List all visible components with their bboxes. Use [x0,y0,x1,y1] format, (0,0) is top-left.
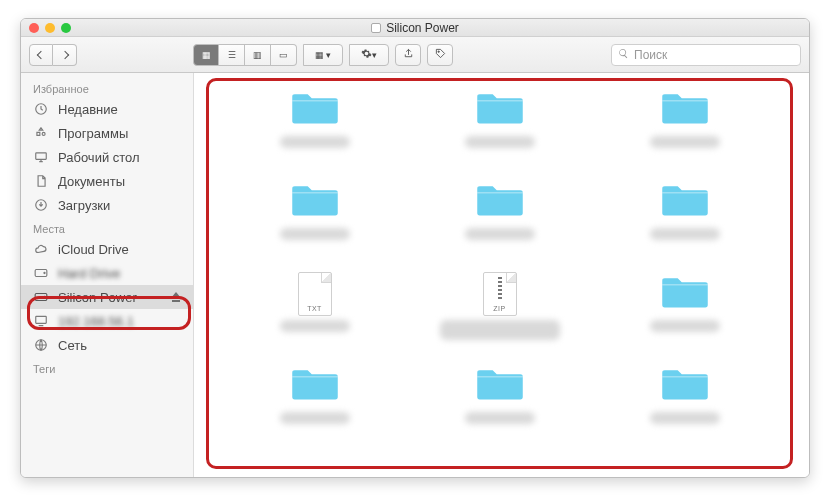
folder-icon [474,180,526,224]
item-label [650,412,720,424]
item-label [280,136,350,148]
finder-window: Silicon Power ▦ ☰ ▥ ▭ ▦ ▾ ▾ [20,18,810,478]
folder-item[interactable] [465,88,535,180]
svg-point-0 [437,51,438,52]
svg-point-7 [44,296,45,297]
folder-icon [659,272,711,316]
folder-icon [474,364,526,408]
sidebar-item-applications[interactable]: Программы [21,121,193,145]
icon-view-button[interactable]: ▦ [193,44,219,66]
item-label [280,412,350,424]
content-area: TXTZIP [194,73,809,477]
sidebar-label: Рабочий стол [58,150,140,165]
column-view-button[interactable]: ▥ [245,44,271,66]
sidebar-item-documents[interactable]: Документы [21,169,193,193]
file-item[interactable]: TXT [280,272,350,364]
file-icon: ZIP [483,272,517,316]
folder-icon [289,88,341,132]
sidebar-item-downloads[interactable]: Загрузки [21,193,193,217]
sidebar-label: Hard Drive [58,266,120,281]
sidebar-section-locations: Места [21,217,193,237]
tags-button[interactable] [427,44,453,66]
gear-icon [361,48,372,61]
sidebar-section-favorites: Избранное [21,77,193,97]
search-placeholder: Поиск [634,48,667,62]
folder-icon [474,88,526,132]
share-button[interactable] [395,44,421,66]
item-label [440,320,560,340]
arrange-group: ▦ ▾ [303,44,343,66]
item-label [650,136,720,148]
list-view-button[interactable]: ☰ [219,44,245,66]
file-item[interactable]: ZIP [440,272,560,364]
search-input[interactable]: Поиск [611,44,801,66]
sidebar-label: 192.168.56.1 [58,314,134,329]
window-title: Silicon Power [21,21,809,35]
documents-icon [33,174,49,188]
eject-icon[interactable] [171,292,181,302]
globe-icon [33,338,49,352]
share-icon [403,48,414,61]
nav-buttons [29,44,77,66]
back-button[interactable] [29,44,53,66]
icon-grid[interactable]: TXTZIP [206,78,793,469]
folder-icon [659,180,711,224]
forward-button[interactable] [53,44,77,66]
sidebar-item-harddrive[interactable]: Hard Drive [21,261,193,285]
sidebar-label: Загрузки [58,198,110,213]
monitor-icon [33,314,49,328]
sidebar-item-recents[interactable]: Недавние [21,97,193,121]
item-label [465,228,535,240]
item-label [280,228,350,240]
folder-item[interactable] [280,88,350,180]
sidebar-label: Документы [58,174,125,189]
action-menu-button[interactable]: ▾ [349,44,389,66]
action-group: ▾ [349,44,389,66]
window-title-text: Silicon Power [386,21,459,35]
sidebar-section-tags: Теги [21,357,193,377]
item-label [465,136,535,148]
svg-point-5 [44,272,45,273]
sidebar-item-icloud[interactable]: iCloud Drive [21,237,193,261]
folder-item[interactable] [465,364,535,456]
svg-rect-2 [36,153,47,159]
sidebar-label: iCloud Drive [58,242,129,257]
sidebar-item-network[interactable]: Сеть [21,333,193,357]
drive-icon [33,291,49,303]
sidebar-item-netshare[interactable]: 192.168.56.1 [21,309,193,333]
folder-item[interactable] [465,180,535,272]
sidebar-item-desktop[interactable]: Рабочий стол [21,145,193,169]
folder-item[interactable] [650,272,720,364]
search-icon [618,48,629,62]
drive-icon [33,267,49,279]
item-label [465,412,535,424]
sidebar: Избранное Недавние Программы Рабочий сто… [21,73,194,477]
folder-item[interactable] [280,180,350,272]
gallery-view-button[interactable]: ▭ [271,44,297,66]
cloud-icon [33,242,49,256]
view-switcher: ▦ ☰ ▥ ▭ [193,44,297,66]
folder-item[interactable] [280,364,350,456]
toolbar: ▦ ☰ ▥ ▭ ▦ ▾ ▾ [21,37,809,73]
sidebar-label: Недавние [58,102,118,117]
folder-icon [659,88,711,132]
item-label [280,320,350,332]
downloads-icon [33,198,49,212]
folder-icon [289,364,341,408]
titlebar: Silicon Power [21,19,809,37]
tag-icon [435,48,446,61]
folder-item[interactable] [650,180,720,272]
sidebar-item-silicon-power[interactable]: Silicon Power [21,285,193,309]
window-body: Избранное Недавние Программы Рабочий сто… [21,73,809,477]
arrange-button[interactable]: ▦ ▾ [303,44,343,66]
desktop-icon [33,150,49,164]
folder-item[interactable] [650,88,720,180]
sidebar-label: Программы [58,126,128,141]
chevron-down-icon: ▾ [372,50,377,60]
item-label [650,320,720,332]
folder-item[interactable] [650,364,720,456]
item-label [650,228,720,240]
sidebar-label: Silicon Power [58,290,137,305]
svg-rect-8 [36,316,47,323]
clock-icon [33,102,49,116]
